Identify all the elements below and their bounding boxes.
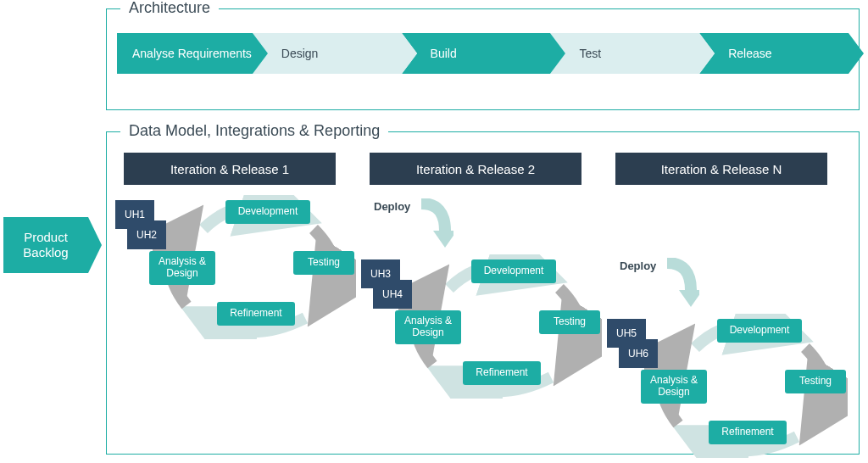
uh-chip-4: UH4 <box>373 280 412 309</box>
product-backlog-badge: Product Backlog <box>3 217 88 273</box>
stage-analysis-design: Analysis & Design <box>641 370 707 404</box>
stage-label: Build <box>431 47 457 60</box>
stage-text: Testing <box>308 257 340 269</box>
stage-development: Development <box>717 319 802 343</box>
uh-chip-2: UH2 <box>127 220 166 249</box>
stage-testing: Testing <box>785 370 846 393</box>
architecture-title: Architecture <box>120 0 219 17</box>
stage-text: Testing <box>554 316 586 328</box>
stage-label: Release <box>728 47 771 60</box>
uh-label: UH3 <box>370 268 391 280</box>
deploy-arrow-icon <box>662 258 699 309</box>
stage-release: Release <box>699 33 849 74</box>
stage-analysis-design: Analysis & Design <box>149 251 215 285</box>
stage-text: Refinement <box>230 308 281 320</box>
stage-build: Build <box>402 33 551 74</box>
stage-refinement: Refinement <box>709 421 787 444</box>
stage-test: Test <box>550 33 699 74</box>
architecture-panel: Architecture Analyse Requirements Design… <box>106 8 860 110</box>
stage-text: Development <box>238 206 298 218</box>
iteration-header-3: Iteration & Release N <box>615 153 827 185</box>
iteration-label: Iteration & Release N <box>661 162 782 176</box>
svg-marker-3 <box>679 290 699 307</box>
stage-analyse-requirements: Analyse Requirements <box>117 33 253 74</box>
backlog-line2: Backlog <box>23 245 68 259</box>
stage-text: Analysis & Design <box>402 315 454 339</box>
stage-text: Analysis & Design <box>648 375 700 399</box>
cycle-1: UH1 UH2 Development Testing Refinement A… <box>115 192 361 353</box>
iteration-label: Iteration & Release 2 <box>416 162 535 176</box>
iteration-header-1: Iteration & Release 1 <box>124 153 336 185</box>
stage-testing: Testing <box>293 251 354 275</box>
uh-label: UH6 <box>628 348 648 360</box>
stage-label: Analyse Requirements <box>132 47 252 60</box>
stage-refinement: Refinement <box>463 361 541 385</box>
stage-label: Design <box>281 47 319 60</box>
stage-refinement: Refinement <box>217 302 295 326</box>
stage-text: Refinement <box>476 367 527 379</box>
architecture-chevron-row: Analyse Requirements Design Build Test R… <box>117 33 849 74</box>
uh-label: UH1 <box>125 209 145 220</box>
stage-label: Test <box>579 47 601 60</box>
cycle-3: UH5 UH6 Development Testing Refinement A… <box>607 310 853 463</box>
stage-development: Development <box>225 200 310 224</box>
stage-development: Development <box>471 259 556 283</box>
stage-testing: Testing <box>539 310 600 334</box>
svg-marker-2 <box>433 231 453 248</box>
stage-text: Development <box>484 265 544 277</box>
iteration-header-2: Iteration & Release 2 <box>370 153 581 185</box>
uh-label: UH4 <box>382 288 403 300</box>
backlog-line1: Product <box>24 230 68 244</box>
stage-design: Design <box>253 33 402 74</box>
stage-text: Development <box>730 325 790 337</box>
stage-text: Analysis & Design <box>156 256 209 280</box>
deploy-label-1: Deploy <box>374 200 410 213</box>
uh-label: UH2 <box>136 229 157 241</box>
uh-chip-6: UH6 <box>619 339 658 368</box>
stage-analysis-design: Analysis & Design <box>395 310 461 344</box>
deploy-arrow-icon <box>416 198 453 249</box>
cycle-2: UH3 UH4 Development Testing Refinement A… <box>361 251 607 412</box>
uh-label: UH5 <box>616 327 637 339</box>
stage-text: Testing <box>799 376 832 388</box>
data-model-panel: Data Model, Integrations & Reporting Pro… <box>106 131 860 455</box>
stage-text: Refinement <box>721 427 773 438</box>
deploy-label-2: Deploy <box>620 259 656 272</box>
iteration-label: Iteration & Release 1 <box>170 162 289 176</box>
